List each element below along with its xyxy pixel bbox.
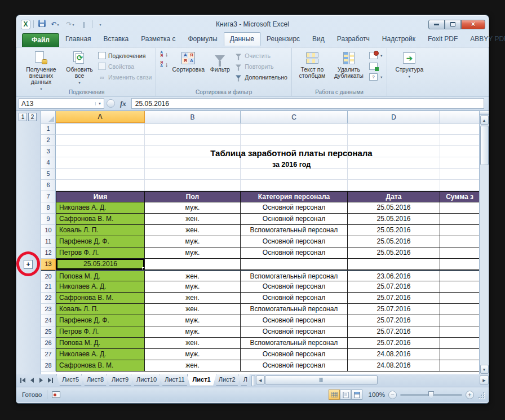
connections-button[interactable]: Подключения: [96, 51, 153, 60]
insert-function-button[interactable]: fx: [117, 99, 129, 108]
row-header-13[interactable]: 13: [41, 259, 56, 270]
cell[interactable]: [241, 180, 348, 191]
ribbon-tab-Вставка[interactable]: Вставка: [98, 32, 135, 46]
zoom-in-button[interactable]: +: [466, 391, 474, 399]
cell[interactable]: 25.07.2016: [348, 338, 440, 349]
cell[interactable]: [440, 135, 479, 146]
cell[interactable]: [440, 281, 479, 293]
cell[interactable]: Основной персонал: [241, 214, 348, 225]
column-header-D[interactable]: D: [348, 111, 440, 123]
clear-filter-button[interactable]: Очистить: [233, 51, 289, 60]
cell[interactable]: Попова М. Д.: [56, 338, 145, 349]
cell[interactable]: муж.: [145, 247, 241, 259]
cell[interactable]: [348, 146, 440, 157]
cell[interactable]: жен.: [145, 293, 241, 304]
outline-button[interactable]: ➔ Структура▼: [389, 49, 429, 81]
cell[interactable]: Вспомогательный персонал: [241, 338, 348, 349]
cell[interactable]: [440, 338, 479, 349]
table-header-cell[interactable]: Имя: [56, 191, 145, 202]
horizontal-scrollbar[interactable]: ◀ ▶: [256, 374, 489, 384]
cell[interactable]: 25.05.2016: [348, 236, 440, 247]
cell[interactable]: Основной персонал: [241, 281, 348, 293]
cell[interactable]: Основной персонал: [241, 360, 348, 372]
cell[interactable]: [440, 360, 479, 372]
sheet-tab-Лист10[interactable]: Лист10: [131, 374, 162, 386]
cell[interactable]: Основной персонал: [241, 202, 348, 214]
cell[interactable]: [348, 169, 440, 180]
view-page-break-button[interactable]: [351, 390, 362, 400]
cell[interactable]: Основной персонал: [241, 247, 348, 259]
scroll-right-button[interactable]: ▶: [480, 375, 489, 384]
row-header-12[interactable]: 12: [41, 247, 56, 259]
cell[interactable]: [56, 180, 145, 191]
cell[interactable]: [440, 214, 479, 225]
cell[interactable]: 25.05.2016: [348, 225, 440, 236]
text-to-columns-button[interactable]: Текст по столбцам: [294, 49, 330, 79]
row-header-20[interactable]: 20: [41, 270, 56, 281]
cell[interactable]: [145, 180, 241, 191]
cell[interactable]: [440, 123, 479, 135]
redo-button[interactable]: ↷▼: [64, 20, 77, 29]
row-header-1[interactable]: 1: [41, 123, 56, 135]
cell[interactable]: [145, 169, 241, 180]
cell[interactable]: [440, 259, 479, 270]
cell[interactable]: [241, 169, 348, 180]
ribbon-tab-Разметка с[interactable]: Разметка с: [135, 32, 181, 46]
zoom-slider-track[interactable]: [400, 394, 462, 396]
ribbon-tab-Вид[interactable]: Вид: [306, 32, 331, 46]
sheet-tab-Лист11[interactable]: Лист11: [159, 374, 190, 386]
cell[interactable]: Основной персонал: [241, 326, 348, 338]
cell[interactable]: Николаев А. Д.: [56, 281, 145, 293]
cell[interactable]: жен.: [145, 304, 241, 315]
get-external-data-button[interactable]: Получение внешних данных▼: [20, 49, 63, 93]
scroll-up-button[interactable]: ▲: [480, 116, 489, 125]
formula-input[interactable]: 25.05.2016: [131, 98, 484, 109]
row-header-11[interactable]: 11: [41, 236, 56, 247]
cell[interactable]: [440, 293, 479, 304]
row-header-28[interactable]: 28: [41, 360, 56, 372]
cell[interactable]: Вспомогательный персонал: [241, 225, 348, 236]
cell[interactable]: [440, 202, 479, 214]
formula-bar-split[interactable]: [107, 99, 115, 108]
cell[interactable]: муж.: [145, 326, 241, 338]
cell[interactable]: Вспомогательный персонал: [241, 304, 348, 315]
table-header-cell[interactable]: Пол: [145, 191, 241, 202]
cell[interactable]: 25.07.2016: [348, 315, 440, 326]
outline-level-2-button[interactable]: 2: [28, 113, 37, 121]
cell[interactable]: [56, 146, 145, 157]
cell[interactable]: Основной персонал: [241, 293, 348, 304]
row-header-2[interactable]: 2: [41, 135, 56, 146]
sheet-tab-Лист5[interactable]: Лист5: [56, 374, 85, 386]
cell[interactable]: Вспомогательный персонал: [241, 270, 348, 281]
row-header-22[interactable]: 22: [41, 293, 56, 304]
outline-level-1-button[interactable]: 1: [19, 113, 27, 121]
restore-button[interactable]: [445, 20, 461, 29]
cell[interactable]: Сафронова В. М.: [56, 293, 145, 304]
minimize-button[interactable]: [428, 20, 445, 29]
cell[interactable]: [348, 259, 440, 270]
horizontal-scroll-thumb[interactable]: [265, 375, 378, 384]
cell[interactable]: [56, 169, 145, 180]
cell[interactable]: [241, 146, 348, 157]
ribbon-tab-Формулы[interactable]: Формулы: [181, 32, 223, 46]
save-button[interactable]: [37, 20, 47, 29]
ribbon-tab-Данные[interactable]: Данные: [224, 32, 260, 46]
ribbon-tab-Рецензирс[interactable]: Рецензирс: [260, 32, 306, 46]
cell[interactable]: [56, 157, 145, 169]
table-header-cell[interactable]: Сумма з: [440, 191, 479, 202]
row-header-3[interactable]: 3: [41, 146, 56, 157]
cell[interactable]: [145, 259, 241, 270]
expand-group-button[interactable]: +: [24, 260, 33, 269]
cell[interactable]: Попова М. Д.: [56, 270, 145, 281]
cell[interactable]: [440, 247, 479, 259]
cell[interactable]: [145, 123, 241, 135]
resize-grip[interactable]: [477, 391, 484, 398]
cell[interactable]: [56, 123, 145, 135]
cell[interactable]: Основной персонал: [241, 236, 348, 247]
cell[interactable]: [348, 123, 440, 135]
consolidate-button[interactable]: [367, 62, 384, 70]
cell[interactable]: [241, 259, 348, 270]
cell[interactable]: [348, 135, 440, 146]
cell[interactable]: 25.07.2016: [348, 304, 440, 315]
sheet-tab-Лист9[interactable]: Лист9: [106, 374, 134, 386]
